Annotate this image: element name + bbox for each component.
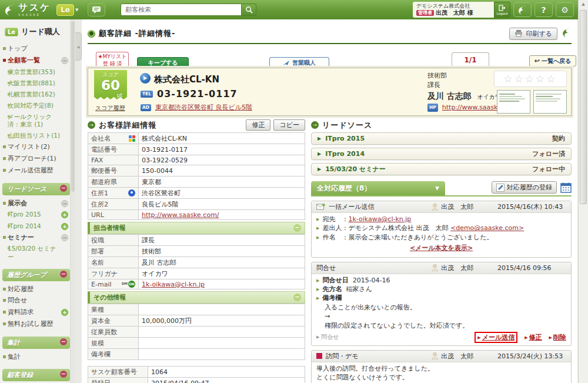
show-mail-body-link[interactable]: <メール本文を表示> — [410, 244, 473, 252]
email-link[interactable]: 1k-oikawa@cl-kn.jp — [142, 281, 205, 288]
sidebar-item-document-request[interactable]: 資料請求 — [0, 307, 69, 318]
sidebar-item-response-history[interactable]: 対応履歴 — [0, 284, 69, 295]
account-user: 出茂 太郎 様 — [436, 9, 473, 17]
collapse-section-icon[interactable] — [293, 294, 301, 301]
register-history-button[interactable]: 対応履歴の登録 — [492, 181, 557, 194]
sidebar-item-osaka-sales[interactable]: 大阪営業部(881) — [0, 78, 69, 89]
product-switcher-badge[interactable]: Le — [56, 4, 74, 16]
search-button[interactable] — [242, 4, 256, 16]
mail-to-link[interactable]: 1k-oikawa@cl-kn.jp — [348, 215, 411, 223]
tab-mylist-registered[interactable]: ★MYリスト 登 録 済 — [96, 52, 129, 68]
tab-keep[interactable]: キープする — [137, 57, 189, 68]
expand-toggle-icon[interactable] — [61, 211, 68, 218]
sidebar-item-mail-history[interactable]: メール送信履歴 — [0, 165, 69, 176]
back-to-list-button[interactable]: ↩ 一覧へ戻る — [529, 55, 576, 66]
sidebar-item-free-trial-history[interactable]: 無料お試し履歴 — [0, 318, 69, 330]
collapse-toggle-icon[interactable] — [61, 57, 68, 64]
map-search-icon[interactable] — [129, 135, 135, 142]
sidebar-item-itpro-2014[interactable]: ITpro 2014 — [0, 221, 69, 232]
leadsource-item-itpro2014[interactable]: ▶ ITpro 2014 フォロー済 — [311, 148, 572, 160]
sidebar-section-leadsource[interactable]: リードソース — [2, 183, 70, 195]
sidebar-item-mail-clicked[interactable]: メールクリック済：東京 (1) — [0, 111, 69, 130]
leadsource-item-itpro2015[interactable]: ▶ ITpro 2015 契約 — [311, 132, 572, 145]
section-collapse-icon[interactable] — [60, 271, 67, 278]
customer-address-link[interactable]: 東京都渋谷区鶯谷町 良長ビル5階 — [155, 103, 252, 112]
sidebar-item-inquiry[interactable]: 問合せ — [0, 295, 69, 307]
sidebar-item-yamada-list[interactable]: 山田担当リスト(1) — [0, 130, 69, 141]
bullet-icon — [8, 213, 10, 215]
table-row: 電話番号03-1921-0117 — [88, 144, 305, 155]
history-entry-bulk-mail: 一括メール送信 出茂 太郎 2015/4/16(木) 10:43 Good! (… — [311, 201, 572, 258]
customer-search-input[interactable] — [121, 4, 242, 16]
table-row: FAX03-1922-0529 — [88, 155, 305, 165]
table-row: フリガナオイカワ — [88, 268, 305, 279]
chevron-down-icon: ▼ — [435, 185, 439, 191]
leadsource-item-seminar[interactable]: ▶ 15/03/20 セミナー フォロー中 — [311, 163, 572, 175]
sidebar-item-sapporo-sales[interactable]: 札幌営業部(162) — [0, 89, 69, 100]
saaske-logo[interactable]: サスケ SAASKE — [4, 3, 51, 16]
sidebar-section-customer-register[interactable]: 顧客登録 — [2, 369, 70, 381]
chevron-down-icon[interactable]: ▼ — [75, 8, 78, 12]
copy-button[interactable]: コピー — [273, 119, 305, 131]
sidebar-section-aggregate[interactable]: 集計 — [2, 337, 70, 349]
product-badge: Le — [5, 28, 18, 36]
collapse-toggle-icon[interactable] — [61, 234, 68, 241]
sidebar-item-reapproach[interactable]: 再アプローチ(1) — [0, 153, 69, 165]
score-history-link[interactable]: スコア履歴 — [95, 104, 125, 112]
expand-toggle-icon[interactable] — [61, 223, 68, 230]
section-collapse-icon[interactable] — [60, 371, 67, 378]
sidebar-item-aggregate[interactable]: 集計 — [0, 351, 69, 363]
play-button[interactable]: ▶ — [140, 73, 151, 84]
section-collapse-icon[interactable] — [60, 185, 67, 192]
scrollbar-thumb[interactable] — [580, 10, 587, 204]
sidebar-item-next-action[interactable]: 次回対応予定(8) — [0, 100, 69, 111]
scrollbar-up-arrow[interactable]: ▲ — [579, 0, 588, 9]
leadsource-status: フォロー済 — [532, 149, 565, 158]
table-row: 従業員数 — [88, 327, 305, 338]
help-button[interactable]: ? — [534, 2, 553, 17]
sidebar-section-history-group[interactable]: 履歴グループ — [2, 269, 70, 281]
map-pin-icon[interactable] — [128, 189, 135, 197]
bullet-icon — [3, 299, 6, 302]
url-link[interactable]: http://www.saaske.com/ — [142, 211, 219, 219]
sidebar-collapse-handle[interactable]: ◀ — [75, 32, 82, 61]
refresh-button[interactable] — [562, 27, 572, 40]
sidebar-item-seminar-150320[interactable]: 15/03/20 セミナー — [0, 243, 69, 262]
sidebar-item-tokyo-sales[interactable]: 東京営業部(353) — [0, 66, 69, 78]
settings-button[interactable]: ⚙ — [556, 2, 574, 17]
expand-toggle-icon[interactable] — [61, 309, 68, 316]
sidebar-item-all-customers[interactable]: 全顧客一覧 — [0, 55, 69, 66]
send-mail-link[interactable]: メール送信 — [477, 334, 514, 341]
bullet-icon — [3, 47, 6, 50]
section-arrow-icon: → — [311, 121, 319, 129]
sidebar-item-itpro-2015[interactable]: ITpro 2015 — [0, 209, 69, 220]
edit-link[interactable]: 修正 — [524, 333, 542, 342]
collapse-section-icon[interactable] — [293, 224, 301, 232]
tab-sales-craftsman[interactable]: 営業職人 — [269, 57, 329, 68]
delete-link[interactable]: 削除 — [549, 333, 566, 342]
sidebar-scrollbar-thumb[interactable] — [71, 21, 75, 192]
collapse-toggle-icon[interactable] — [61, 200, 68, 207]
sidebar-item-my-list[interactable]: マイリスト(2) — [0, 141, 69, 153]
section-collapse-icon[interactable] — [60, 338, 67, 345]
star-rating[interactable]: ☆☆☆☆☆ — [494, 71, 567, 87]
arrow-right-icon: ▶ — [318, 151, 321, 156]
sidebar-item-seminar[interactable]: セミナー — [0, 232, 69, 244]
logout-button[interactable]: Logout — [494, 2, 510, 18]
sidebar-item-top[interactable]: トップ — [0, 43, 69, 55]
sidebar-scrollbar[interactable] — [70, 19, 75, 383]
history-entry-visit-demo: 訪問・デモ 出茂 太郎 2015/3/24(火) 13:53 Good! (0)… — [311, 350, 572, 383]
mail-from-link[interactable]: <demo@saaske.com> — [450, 224, 524, 232]
person-icon — [432, 352, 438, 359]
edit-button[interactable]: 修正 — [246, 119, 270, 131]
print-button[interactable]: 印刷する — [509, 28, 557, 40]
business-card-back-thumbnail[interactable] — [533, 90, 567, 114]
saaske-home-button[interactable] — [513, 2, 532, 17]
sidebar-item-exhibition[interactable]: 展示会 — [0, 198, 69, 209]
business-card-front-thumbnail[interactable] — [497, 90, 530, 114]
chat-button[interactable] — [88, 3, 105, 16]
table-row: 住所1渋谷区鶯谷町 — [88, 188, 305, 199]
page-scrollbar[interactable]: ▲ — [578, 0, 588, 383]
history-filter-dropdown[interactable]: 全対応履歴（8） ▼ — [311, 181, 445, 195]
calendar-icon[interactable] — [560, 182, 572, 193]
